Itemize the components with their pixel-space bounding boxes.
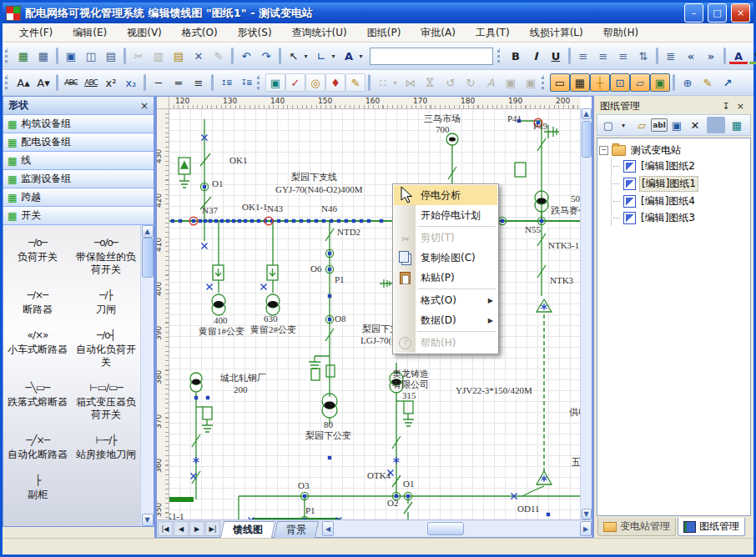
close-icon[interactable]: × xyxy=(733,101,748,112)
underline-icon[interactable]: U xyxy=(546,47,566,65)
indent-icon[interactable]: » xyxy=(701,47,721,65)
redo-icon[interactable]: ↷ xyxy=(256,47,276,65)
print-icon[interactable]: ▤ xyxy=(101,47,121,65)
last-sheet-button[interactable]: ▶| xyxy=(205,521,220,536)
tab-substation-management[interactable]: 变电站管理 xyxy=(597,518,676,536)
drawing-canvas[interactable]: 120130140150160170180190200210 430420410… xyxy=(156,96,592,519)
scroll-down-icon[interactable]: ▼ xyxy=(582,509,592,519)
menu-item[interactable]: 帮助(H) xyxy=(593,24,648,42)
shrink-font-icon[interactable]: A▾ xyxy=(33,73,53,92)
menu-item-data[interactable]: 数据(D) ▶ xyxy=(394,310,497,330)
page-break-toggle-icon[interactable]: ▱ xyxy=(630,73,650,92)
line-spacing-3-icon[interactable]: ≡ xyxy=(189,73,209,92)
menu-item[interactable]: 视图(V) xyxy=(117,24,172,42)
tree-item-sheet[interactable]: [编辑]图纸3 xyxy=(612,210,748,226)
tree-item-sheet[interactable]: [编辑]图纸4 xyxy=(612,193,748,209)
stamp-icon[interactable]: ♦ xyxy=(325,73,345,92)
line-spacing-1-icon[interactable]: ─ xyxy=(149,73,169,92)
grid-toggle-icon[interactable]: ▦ xyxy=(570,73,590,92)
shape-auto-load-switch[interactable]: ─∕o┤ 自动化负荷开关 xyxy=(72,329,140,369)
menu-item[interactable]: 审批(A) xyxy=(411,24,466,42)
menu-item-help[interactable]: ? 帮助(H) xyxy=(394,333,497,353)
grow-font-icon[interactable]: A▴ xyxy=(13,73,33,92)
tab-background[interactable]: 背景 xyxy=(274,521,319,538)
menu-item[interactable]: 编辑(E) xyxy=(63,24,117,42)
shape-auxiliary-cabinet[interactable]: ├ 副柜 xyxy=(3,474,72,501)
superscript-icon[interactable]: x² xyxy=(101,73,121,92)
space-after-icon[interactable]: ↧≣ xyxy=(236,73,256,92)
align-left-icon[interactable]: ≡ xyxy=(573,47,593,65)
underline-abc-icon[interactable]: ABC xyxy=(81,73,101,92)
copy-icon[interactable]: ▥ xyxy=(149,47,169,65)
subscript-icon[interactable]: x₂ xyxy=(121,73,141,92)
prev-sheet-button[interactable]: ◀ xyxy=(174,521,189,536)
tree-expander-icon[interactable]: − xyxy=(599,146,608,155)
scroll-up-icon[interactable]: ▲ xyxy=(142,225,154,238)
tab-feeder-diagram[interactable]: 馈线图 xyxy=(220,521,275,538)
scrollbar-thumb[interactable] xyxy=(142,238,154,278)
send-back-icon[interactable]: ▣ xyxy=(521,73,541,92)
scroll-left-icon[interactable]: ◀ xyxy=(322,521,334,536)
copy-sheet-icon[interactable]: ▣ xyxy=(668,116,686,134)
shape-group-header[interactable]: ▦ 配电设备组 xyxy=(3,133,154,152)
connector-tool-dropdown[interactable]: ▾ xyxy=(328,47,339,65)
menu-item[interactable]: 文件(F) xyxy=(9,24,63,42)
style-combo-box[interactable] xyxy=(370,48,493,65)
new-sheet-dropdown[interactable]: ▾ xyxy=(614,116,633,134)
rotate-text-icon[interactable]: A xyxy=(481,73,501,92)
connection-point-icon[interactable]: ↗ xyxy=(718,73,738,92)
scroll-down-icon[interactable]: ▼ xyxy=(142,514,154,526)
strikethrough-icon[interactable]: ABC xyxy=(61,73,81,92)
first-sheet-button[interactable]: |◀ xyxy=(158,521,173,536)
cut-icon[interactable]: ✂ xyxy=(129,47,149,65)
tree-item-sheet[interactable]: [编辑]图纸2 xyxy=(612,158,748,174)
shape-group-header[interactable]: ▦ 线 xyxy=(3,152,154,170)
menu-item[interactable]: 形状(S) xyxy=(228,24,282,42)
align-center-icon[interactable]: ≡ xyxy=(593,47,613,65)
shape-auto-breaker[interactable]: ─╱×─ 自动化断路器 xyxy=(3,434,72,461)
outdent-icon[interactable]: « xyxy=(681,47,701,65)
data-grid-icon[interactable]: ▦ xyxy=(33,47,53,65)
menu-item[interactable]: 格式(O) xyxy=(172,24,228,42)
sync-sheet-icon[interactable]: ▦ xyxy=(728,116,746,134)
next-sheet-button[interactable]: ▶ xyxy=(189,521,204,536)
flip-horizontal-icon[interactable]: ⋈ xyxy=(401,73,421,92)
scrollbar-thumb[interactable] xyxy=(427,522,464,535)
bring-front-icon[interactable]: ▣ xyxy=(501,73,521,92)
rotate-left-icon[interactable]: ↺ xyxy=(441,73,461,92)
shape-group-header[interactable]: ▦ 监测设备组 xyxy=(3,170,154,188)
drawing-explorer-toggle-icon[interactable]: ▣ xyxy=(650,73,670,92)
open-sheet-icon[interactable]: ▱ xyxy=(633,116,651,134)
shape-box-transformer-switch[interactable]: ⊢▭∕▭─ 箱式变压器负荷开关 xyxy=(72,382,140,421)
vertical-text-icon[interactable]: ⇅ xyxy=(633,47,653,65)
print-preview-icon[interactable]: ◫ xyxy=(81,47,101,65)
delete-sheet-icon[interactable]: ✕ xyxy=(686,116,704,134)
format-painter-icon[interactable]: ✎ xyxy=(209,47,229,65)
shape-circuit-breaker[interactable]: ─∕×─ 断路器 xyxy=(3,289,72,316)
shapes-panel-close-icon[interactable]: × xyxy=(140,100,149,112)
menu-item[interactable]: 查询统计(U) xyxy=(282,24,357,42)
undo-icon[interactable]: ↶ xyxy=(236,47,256,65)
tree-item-sheet[interactable]: [编辑]图纸1 xyxy=(612,175,748,193)
pointer-tool-dropdown[interactable]: ▾ xyxy=(300,47,311,65)
canvas-vertical-scrollbar[interactable]: ▲ ▼ xyxy=(580,108,592,519)
shapes-scrollbar[interactable]: ▲ ▼ xyxy=(140,225,154,526)
tab-sheet-management[interactable]: 图纸管理 xyxy=(678,518,745,536)
align-shapes-dropdown[interactable]: ▾ xyxy=(390,73,401,92)
menu-item-cut[interactable]: 剪切(T) xyxy=(394,228,497,248)
bullets-icon[interactable]: ≣ xyxy=(661,47,681,65)
shape-group-header[interactable]: ▦ 构筑设备组 xyxy=(3,115,154,133)
align-right-icon[interactable]: ≡ xyxy=(613,47,633,65)
canvas-content[interactable]: 三鸟市场700P41P49OK1O1OK1-1N37N43N46NTD2梨园下支… xyxy=(169,108,586,519)
selection-toggle-icon[interactable]: ⊡ xyxy=(610,73,630,92)
review-check-icon[interactable]: ✓ xyxy=(285,73,305,92)
shape-fused-load-switch[interactable]: ─o∕o─ 带保险丝的负荷开关 xyxy=(72,237,140,276)
properties-icon[interactable]: ✎ xyxy=(698,73,718,92)
scroll-up-icon[interactable]: ▲ xyxy=(582,108,592,119)
text-tool-dropdown[interactable]: ▾ xyxy=(355,47,366,65)
menu-item-start-outage-plan[interactable]: 开始停电计划 xyxy=(394,205,497,225)
close-button[interactable]: × xyxy=(731,3,750,23)
font-color-icon[interactable]: A xyxy=(728,47,748,65)
search-audit-icon[interactable]: ◎ xyxy=(305,73,325,92)
shape-dropout-fuse[interactable]: ─╲▭─ 跌落式熔断器 xyxy=(3,382,72,421)
